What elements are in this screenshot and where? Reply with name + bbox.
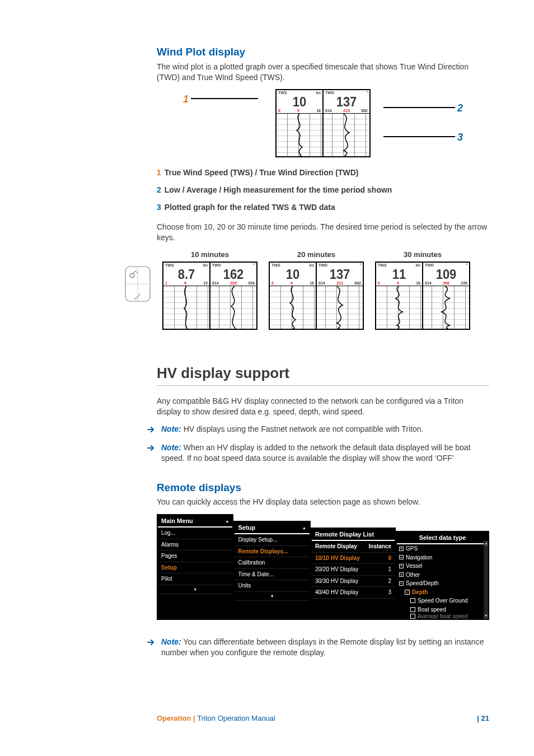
menu-screenshots: Main Menu▲ Log...AlarmsPagesSetupPilot▼ … [157, 514, 489, 620]
tree-item[interactable]: Navigation [397, 553, 488, 562]
period-caption-30: 30 minutes [375, 250, 470, 260]
legend-item-3: 3Plotted graph for the related TWS & TWD… [167, 202, 489, 213]
checkbox-icon[interactable] [410, 614, 415, 619]
tree-item[interactable]: Other [397, 571, 488, 580]
main-menu-title: Main Menu [161, 517, 193, 525]
menu-item[interactable]: Calibration [235, 557, 309, 569]
remote-displays-heading: Remote displays [157, 480, 489, 495]
hv-note-2: Note: When an HV display is added to the… [147, 442, 489, 464]
tree-item[interactable]: Speed Over Ground [397, 596, 488, 605]
periods-intro: Choose from 10, 20 or 30 minute time per… [157, 222, 489, 243]
wind-panel-30: TWSkn 11 0918 TWD° 109 014200226 [375, 262, 470, 330]
wind-plot-intro: The wind plot is a plotted graph over a … [157, 62, 489, 83]
expand-icon[interactable] [399, 547, 404, 551]
hv-note-1: Note: HV displays using the Fastnet netw… [147, 424, 489, 437]
legend-item-2: 2Low / Average / High measurement for th… [167, 185, 489, 195]
svg-point-1 [130, 273, 134, 278]
menu-item[interactable]: Units [235, 580, 309, 592]
scroll-up-icon: ▲ [226, 519, 229, 524]
arrow-right-icon [147, 637, 156, 658]
remote-list-panel: Remote Display List Remote DisplayInstan… [311, 528, 396, 620]
footer-section: Operation | [157, 714, 197, 722]
page-footer: Operation | Triton Operation Manual | 21 [157, 713, 489, 724]
wind-panel-10: TWSkn 8.7 1815 TWD° 162 014220354 [162, 262, 257, 330]
scroll-up-icon[interactable]: ▴ [484, 541, 488, 547]
tws-value-main: 10 [278, 95, 321, 109]
arrow-right-icon [147, 442, 156, 464]
checkbox-icon[interactable] [410, 598, 415, 603]
tree-item[interactable]: Average boat speed [397, 614, 488, 619]
scroll-up-icon: ▲ [302, 525, 306, 530]
scroll-down-icon: ▼ [235, 592, 309, 601]
data-type-title: Select data type [419, 534, 466, 542]
setup-menu-panel: Setup▲ Display Setup...Remote Displays..… [233, 521, 310, 620]
setup-menu-title: Setup [238, 524, 255, 532]
scroll-down-icon[interactable]: ▾ [484, 613, 488, 619]
checkbox-icon[interactable] [410, 607, 415, 612]
wind-plot-annotated-figure: 1 2 3 TWSkn 10 0918 TWD° 137 014213082 [228, 89, 418, 157]
menu-item[interactable]: Setup [158, 562, 232, 574]
table-row[interactable]: 30/30 HV Display2 [312, 576, 395, 587]
hv-intro: Any compatible B&G HV display connected … [157, 396, 489, 417]
annotation-3: 3 [457, 130, 463, 144]
remote-list-title: Remote Display List [315, 530, 374, 539]
annotation-2: 2 [457, 101, 463, 115]
menu-item[interactable]: Time & Date... [235, 569, 309, 581]
page-number: | 21 [477, 713, 489, 724]
wind-plot-heading: Wind Plot display [157, 45, 489, 59]
hv-note-3: Note: You can differentiate between disp… [147, 637, 489, 658]
menu-item[interactable]: Log... [158, 528, 232, 539]
main-menu-panel: Main Menu▲ Log...AlarmsPagesSetupPilot▼ [157, 514, 233, 620]
arrow-keys-hand-icon [124, 265, 151, 302]
menu-item[interactable]: Pilot [158, 573, 232, 585]
annotation-1: 1 [183, 92, 189, 106]
collapse-icon[interactable] [399, 581, 404, 586]
footer-manual: Triton Operation Manual [197, 714, 275, 722]
menu-item[interactable]: Pages [158, 550, 232, 562]
menu-item[interactable]: Display Setup... [235, 534, 309, 546]
wind-panel-main: TWSkn 10 0918 TWD° 137 014213082 [275, 89, 371, 157]
scrollbar[interactable]: ▴▾ [484, 541, 488, 619]
expand-icon[interactable] [399, 572, 404, 577]
wind-panel-20: TWSkn 10 0918 TWD° 137 014213082 [269, 262, 364, 330]
table-row[interactable]: 10/10 HV Display0 [312, 553, 395, 564]
checkbox-icon[interactable]: ✓ [405, 590, 410, 595]
tree-item[interactable]: GPS [397, 544, 488, 553]
tree-item[interactable]: Boat speed [397, 605, 488, 614]
hv-section-heading: HV display support [157, 363, 489, 386]
scroll-down-icon: ▼ [158, 585, 232, 594]
arrow-right-icon [147, 424, 156, 437]
table-row[interactable]: 40/40 HV Display3 [312, 587, 395, 599]
table-row[interactable]: 20/20 HV Display1 [312, 564, 395, 576]
remote-displays-intro: You can quickly access the HV display da… [157, 497, 489, 507]
data-type-panel: Select data type GPSNavigationVesselOthe… [396, 531, 489, 620]
legend-item-1: 1True Wind Speed (TWS) / True Wind Direc… [167, 167, 489, 178]
menu-item[interactable]: Remote Displays... [235, 546, 309, 558]
expand-icon[interactable] [399, 564, 404, 568]
tree-item[interactable]: Speed/Depth [397, 579, 488, 588]
twd-value-main: 137 [325, 95, 368, 109]
tree-item[interactable]: ✓Depth [397, 588, 488, 597]
period-caption-20: 20 minutes [269, 250, 364, 260]
menu-item[interactable]: Alarms [158, 539, 232, 551]
period-caption-10: 10 minutes [162, 250, 257, 260]
expand-icon[interactable] [399, 555, 404, 559]
tree-item[interactable]: Vessel [397, 562, 488, 571]
